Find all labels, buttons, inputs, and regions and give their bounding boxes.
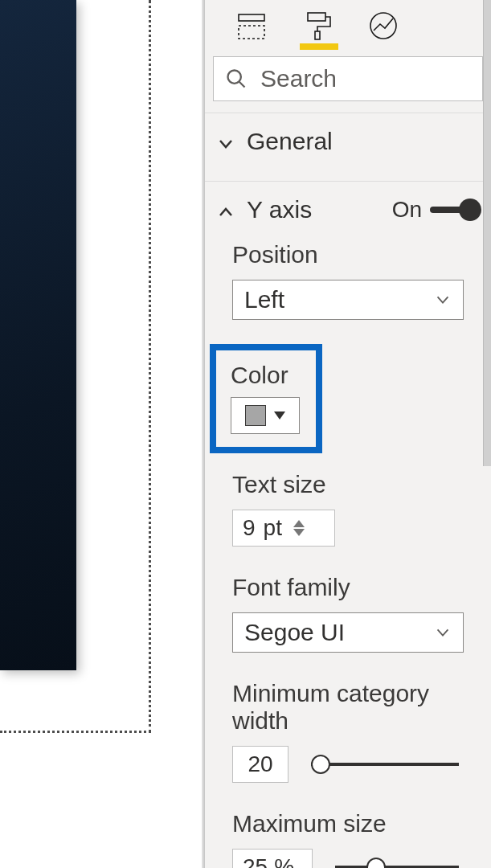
position-label: Position	[232, 241, 464, 268]
field-max-size: Maximum size 25 %	[205, 807, 491, 868]
format-pane: Search General Y axis On Position Left	[205, 0, 491, 868]
section-y-axis-label: Y axis	[247, 196, 312, 223]
max-size-unit: %	[274, 854, 294, 868]
caret-down-icon	[274, 411, 285, 420]
min-cat-width-label: Minimum category width	[232, 680, 464, 735]
spin-up-icon	[293, 520, 305, 527]
text-size-label: Text size	[232, 471, 464, 498]
font-family-select[interactable]: Segoe UI	[232, 612, 464, 653]
pane-tabs	[205, 8, 491, 48]
text-size-value: 9	[243, 515, 256, 541]
field-position: Position Left	[205, 238, 491, 344]
chevron-down-icon	[434, 624, 452, 641]
search-icon	[225, 68, 248, 90]
visual-tile[interactable]	[0, 0, 76, 670]
format-tab[interactable]	[301, 8, 333, 43]
text-size-unit: pt	[264, 515, 282, 541]
field-font-family: Font family Segoe UI	[205, 571, 491, 677]
slider-thumb[interactable]	[366, 858, 386, 868]
chevron-down-icon	[434, 291, 452, 309]
max-size-value: 25	[243, 854, 268, 868]
svg-rect-2	[308, 13, 325, 21]
analytics-tab[interactable]	[367, 8, 399, 43]
scrollbar[interactable]	[483, 0, 491, 466]
spin-down-icon	[293, 529, 305, 536]
section-general[interactable]: General	[205, 113, 491, 170]
field-text-size: Text size 9 pt	[205, 471, 491, 571]
svg-rect-3	[315, 31, 320, 39]
max-size-input[interactable]: 25 %	[232, 849, 313, 868]
text-size-spinners[interactable]	[293, 520, 305, 536]
max-size-label: Maximum size	[232, 810, 464, 837]
fields-tab[interactable]	[235, 8, 268, 43]
section-general-label: General	[247, 128, 333, 155]
toggle-track	[430, 207, 477, 213]
paint-roller-icon	[301, 10, 333, 42]
search-input[interactable]: Search	[213, 56, 483, 101]
fields-icon	[235, 10, 268, 42]
chevron-down-icon	[216, 132, 235, 151]
min-cat-width-slider[interactable]	[311, 763, 459, 766]
search-placeholder: Search	[260, 65, 337, 92]
font-family-label: Font family	[232, 574, 464, 601]
report-canvas-area	[0, 0, 205, 868]
svg-point-5	[228, 71, 241, 84]
toggle-text: On	[392, 197, 422, 223]
svg-rect-1	[239, 26, 264, 39]
min-cat-width-input[interactable]: 20	[232, 746, 288, 783]
field-min-cat-width: Minimum category width 20	[205, 677, 491, 807]
color-picker[interactable]	[231, 397, 300, 434]
color-label: Color	[231, 362, 301, 389]
text-size-input[interactable]: 9 pt	[232, 510, 335, 547]
font-family-value: Segoe UI	[244, 619, 345, 646]
min-cat-width-value: 20	[248, 751, 272, 777]
svg-rect-0	[239, 14, 264, 21]
position-value: Left	[244, 286, 284, 313]
highlight-annotation: Color	[210, 344, 322, 453]
y-axis-toggle[interactable]: On	[392, 197, 477, 223]
toggle-knob	[459, 199, 481, 221]
chevron-up-icon	[216, 200, 235, 219]
position-select[interactable]: Left	[232, 280, 464, 320]
slider-thumb[interactable]	[311, 755, 330, 774]
section-y-axis[interactable]: Y axis On	[205, 182, 491, 238]
color-swatch	[245, 405, 266, 426]
analytics-icon	[367, 10, 399, 42]
svg-point-4	[370, 13, 396, 39]
